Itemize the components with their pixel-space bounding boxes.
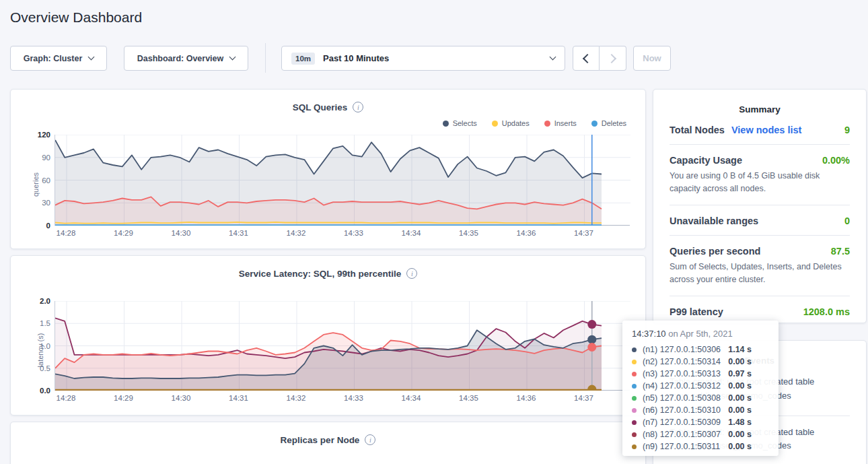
y-axis-tick: 60 <box>42 176 50 185</box>
time-range-picker[interactable]: 10m Past 10 Minutes <box>281 46 565 71</box>
tooltip-node-row: (n8) 127.0.0.1:503070.00 s <box>632 428 769 440</box>
node-color-dot-icon <box>632 360 637 364</box>
node-color-dot-icon <box>632 408 637 413</box>
now-button-label: Now <box>643 53 661 63</box>
tooltip-timestamp: 14:37:10 on Apr 5th, 2021 <box>632 329 769 339</box>
dashboard-dropdown[interactable]: Dashboard: Overview <box>124 46 248 71</box>
x-axis-tick: 14:32 <box>287 394 306 402</box>
x-axis-tick: 14:36 <box>517 229 536 237</box>
summary-label: Unavailable ranges <box>670 216 758 226</box>
node-latency-value: 0.00 s <box>728 430 769 439</box>
x-axis-tick: 14:30 <box>172 394 191 402</box>
x-axis-tick: 14:33 <box>344 229 363 237</box>
time-range-badge: 10m <box>291 53 315 65</box>
tooltip-node-row: (n5) 127.0.0.1:503080.00 s <box>632 392 769 404</box>
latency-chart-card: Service Latency: SQL, 99th percentile i … <box>10 255 646 416</box>
node-address: (n7) 127.0.0.1:50309 <box>643 418 721 427</box>
legend-dot-icon <box>492 121 498 127</box>
chevron-down-icon <box>550 54 556 61</box>
node-color-dot-icon <box>632 420 637 425</box>
y-axis-tick: 120 <box>38 131 50 139</box>
view-nodes-list-link[interactable]: View nodes list <box>731 125 802 135</box>
y-axis-tick: 0 <box>46 222 50 230</box>
legend-item: Deletes <box>591 119 626 127</box>
x-axis-tick: 14:31 <box>229 229 248 237</box>
tooltip-node-row: (n6) 127.0.0.1:503100.00 s <box>632 404 769 416</box>
node-color-dot-icon <box>632 372 637 376</box>
x-axis-tick: 14:36 <box>517 394 536 402</box>
y-axis-tick: 30 <box>42 199 50 207</box>
sql-queries-chart-card: SQL Queries i SelectsUpdatesInsertsDelet… <box>10 89 646 249</box>
info-icon[interactable]: i <box>406 268 417 279</box>
legend-item: Updates <box>492 119 530 127</box>
graph-dropdown-label: Graph: Cluster <box>24 54 83 63</box>
node-color-dot-icon <box>632 432 637 437</box>
time-next-button[interactable] <box>600 46 626 71</box>
node-latency-value: 0.00 s <box>728 442 769 451</box>
x-axis-tick: 14:31 <box>229 394 248 402</box>
chart-title: SQL Queries <box>293 102 348 112</box>
chart-hover-tooltip: 14:37:10 on Apr 5th, 2021 (n1) 127.0.0.1… <box>622 321 779 456</box>
summary-description: Sum of Selects, Updates, Inserts, and De… <box>670 261 850 287</box>
x-axis-tick: 14:30 <box>172 229 191 237</box>
y-axis-tick: 0.0 <box>40 387 50 395</box>
summary-row: Unavailable ranges0 <box>670 205 850 236</box>
node-address: (n5) 127.0.0.1:50308 <box>643 393 721 403</box>
tooltip-node-row: (n9) 127.0.0.1:503110.00 s <box>632 440 769 453</box>
x-axis-tick: 14:35 <box>459 394 478 402</box>
x-axis-tick: 14:34 <box>402 394 421 402</box>
x-axis-tick: 14:29 <box>114 394 133 402</box>
x-axis-tick: 14:37 <box>574 394 593 402</box>
summary-value: 1208.0 ms <box>803 306 850 317</box>
node-address: (n9) 127.0.0.1:50311 <box>643 442 720 451</box>
node-address: (n6) 127.0.0.1:50310 <box>643 405 721 415</box>
summary-value: 9 <box>844 125 850 135</box>
summary-row: Total NodesView nodes list9 <box>670 114 850 145</box>
y-axis-tick: 2.0 <box>40 297 50 305</box>
x-axis-tick: 14:29 <box>114 229 133 237</box>
legend-dot-icon <box>591 121 598 127</box>
x-axis-tick: 14:28 <box>57 394 76 402</box>
chart-title: Service Latency: SQL, 99th percentile <box>239 269 402 279</box>
node-latency-value: 0.00 s <box>728 357 769 366</box>
x-axis-tick: 14:33 <box>344 394 363 402</box>
node-latency-value: 1.48 s <box>728 418 769 427</box>
chevron-right-icon <box>606 53 616 63</box>
y-axis-tick: 90 <box>42 154 50 162</box>
info-icon[interactable]: i <box>353 102 363 112</box>
time-prev-button[interactable] <box>573 46 600 71</box>
summary-panel: Summary Total NodesView nodes list9Capac… <box>653 89 867 323</box>
chart-plot[interactable]: 0.00.51.01.52.014:2814:2914:3014:3114:32… <box>55 301 630 391</box>
x-axis-tick: 14:32 <box>287 229 306 237</box>
y-axis-tick: 1.5 <box>40 319 50 327</box>
replicas-chart-card: Replicas per Node i <box>10 422 646 464</box>
summary-label: Queries per second <box>670 246 760 257</box>
legend-item: Inserts <box>544 119 577 127</box>
dashboard-dropdown-label: Dashboard: Overview <box>137 54 224 63</box>
tooltip-node-row: (n4) 127.0.0.1:503120.00 s <box>632 380 769 392</box>
summary-label: Total Nodes <box>670 125 725 135</box>
summary-label: Capacity Usage <box>670 155 742 166</box>
x-axis-tick: 14:28 <box>57 229 76 237</box>
summary-row: Queries per second87.5Sum of Selects, Up… <box>670 236 850 296</box>
x-axis-tick: 14:35 <box>459 229 478 237</box>
chevron-down-icon <box>88 54 95 61</box>
summary-value: 0.00% <box>822 155 850 166</box>
summary-label: P99 latency <box>670 306 723 317</box>
node-latency-value: 0.00 s <box>728 405 769 415</box>
chart-plot[interactable]: 030609012014:2814:2914:3014:3114:3214:33… <box>55 135 630 226</box>
info-icon[interactable]: i <box>365 434 375 445</box>
node-latency-value: 1.14 s <box>728 345 769 354</box>
node-address: (n1) 127.0.0.1:50306 <box>643 345 721 354</box>
legend-dot-icon <box>443 121 449 127</box>
node-color-dot-icon <box>632 384 637 389</box>
now-button[interactable]: Now <box>633 46 671 71</box>
summary-row: Capacity Usage0.00%You are using 0 B of … <box>670 145 850 205</box>
legend-dot-icon <box>544 121 550 127</box>
summary-description: You are using 0 B of 4.5 GiB usable disk… <box>670 170 850 196</box>
chart-title: Replicas per Node <box>281 435 360 445</box>
legend-item: Selects <box>443 119 477 127</box>
node-address: (n4) 127.0.0.1:50312 <box>643 381 721 391</box>
node-color-dot-icon <box>632 347 637 352</box>
graph-dropdown[interactable]: Graph: Cluster <box>10 46 107 71</box>
